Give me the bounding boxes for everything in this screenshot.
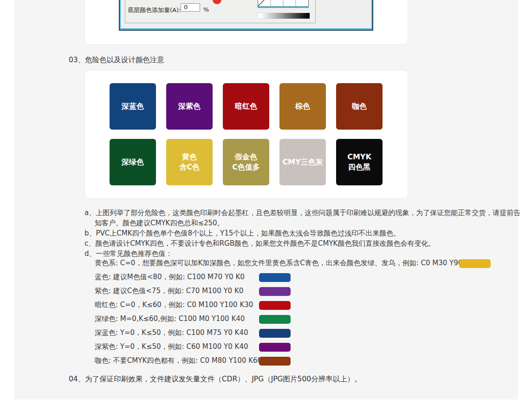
- dark-red-sample-swatch: [259, 301, 291, 310]
- tile-label: 深蓝色: [122, 101, 144, 111]
- tile-label: 咖色: [352, 101, 367, 111]
- tile-label: 深紫色: [178, 101, 201, 111]
- recommendation-text: 咖色: 不要CMYK四色都有，例如: C0 M80 Y100 K60: [95, 356, 262, 365]
- underlying-color-amount-label: 底层颜色添加量(A):: [128, 6, 181, 14]
- recommendation-text: 深绿色: M=0,K≤60,例如: C100 M0 Y100 K40: [95, 314, 245, 323]
- tile-label: CMY三色灰: [282, 157, 323, 167]
- tile-label: 暗红色: [235, 101, 257, 111]
- grayscale-gradient-icon: [258, 13, 310, 19]
- amount-input[interactable]: 0: [181, 3, 200, 12]
- color-swatch-tile-fake-gold: 假金色 C色值多: [223, 139, 269, 185]
- color-swatch-tile-brown: 棕色: [279, 83, 326, 130]
- tile-label: 四色黑: [348, 162, 370, 172]
- notes-block: a、上图列举了部分危险色，这类颜色印刷时会起墨杠，且色差较明显，这些问题属于印刷…: [84, 208, 496, 259]
- note-c: c、颜色请设计CMYK四色，不要设计专色和RGB颜色，如果您文件颜色不是CMYK…: [84, 238, 496, 249]
- dialog-body: 底层颜色添加量(A): 0 %: [121, 0, 371, 28]
- recommendation-row-yellow: 黄色系: C=0，想要颜色深可以加K加深颜色，如您文件里黄色系含C青色，出来会颜…: [95, 257, 513, 271]
- recommendation-text: 黄色系: C=0，想要颜色深可以加K加深颜色，如您文件里黄色系含C青色，出来会颜…: [95, 259, 478, 268]
- dark-purple-sample-swatch: [259, 343, 291, 352]
- percent-label: %: [203, 6, 209, 13]
- yellow-sample-swatch: [459, 259, 491, 268]
- tile-label: 棕色: [295, 101, 310, 111]
- color-swatch-tile-dark-purple: 深紫色: [166, 83, 213, 130]
- content-strip: 底层颜色添加量(A): 0 % 0: [14, 0, 518, 399]
- dark-blue-sample-swatch: [259, 329, 291, 338]
- color-swatch-tile-dark-green: 深绿色: [110, 139, 156, 185]
- color-swatch-tile-cmyk-black: CMYK 四色黑: [336, 139, 383, 185]
- tone-curve-icon: [258, 0, 309, 8]
- red-marker-icon: [213, 0, 221, 4]
- note-a-line1: a、上图列举了部分危险色，这类颜色印刷时会起墨杠，且色差较明显，这些问题属于印刷…: [84, 208, 496, 218]
- recommended-values-list: 黄色系: C=0，想要颜色深可以加K加深颜色，如您文件里黄色系含C青色，出来会颜…: [95, 257, 513, 368]
- section-04-heading: 04、为了保证印刷效果，文件建议发矢量文件（CDR）、JPG（JPG图片500分…: [69, 374, 362, 384]
- color-swatch-tile-cmy-gray: CMY三色灰: [279, 139, 326, 185]
- swatch-row-2: 深绿色 黄色 含C色 假金色 C色值多 CMY三色灰 CMYK 四色黑: [110, 139, 383, 185]
- recommendation-text: 蓝色: 建议M色值<80，例如: C100 M70 Y0 K0: [95, 273, 245, 282]
- color-swatch-tile-dark-red: 暗红色: [223, 83, 269, 130]
- swatch-row-1: 深蓝色 深紫色 暗红色 棕色 咖色: [110, 83, 383, 130]
- recommendation-row-coffee: 咖色: 不要CMYK四色都有，例如: C0 M80 Y100 K60: [95, 354, 513, 368]
- color-swatch-tile-yellow: 黄色 含C色: [166, 139, 213, 185]
- recommendation-text: 紫色: 建议C色值<75，例如: C70 M100 Y0 K0: [95, 287, 243, 295]
- color-swatch-tile-coffee: 咖色: [336, 83, 383, 130]
- recommendation-row-blue: 蓝色: 建议M色值<80，例如: C100 M70 Y0 K0: [95, 271, 513, 285]
- blue-sample-swatch: [259, 273, 291, 282]
- overprint-dialog: 底层颜色添加量(A): 0 %: [119, 0, 373, 31]
- color-swatch-tile-dark-blue: 深蓝色: [110, 83, 156, 130]
- coffee-sample-swatch: [259, 357, 291, 366]
- danger-colors-card: 深蓝色 深紫色 暗红色 棕色 咖色 深绿色 黄色 含C色: [84, 70, 408, 199]
- dialog-screenshot-card: 底层颜色添加量(A): 0 %: [84, 0, 408, 45]
- recommendation-row-dark-purple: 深紫色: Y=0，K≤50，例如: C60 M100 Y0 K40: [95, 340, 513, 354]
- section-03-heading: 03、危险色以及设计颜色注意: [69, 55, 164, 65]
- dark-green-sample-swatch: [259, 315, 291, 324]
- purple-sample-swatch: [259, 287, 291, 296]
- note-b: b、PVC上CMK四个颜色单个色值8个以上，Y15个以上，如果颜色太浅会导致颜色…: [84, 228, 496, 238]
- tile-label: 含C色: [179, 162, 200, 172]
- recommendation-text: 暗红色: C=0，K≤60，例如: C0 M100 Y100 K30: [95, 301, 253, 309]
- recommendation-text: 深蓝色: Y=0，K≤50，例如: C100 M75 Y0 K40: [95, 328, 248, 337]
- tile-label: 深绿色: [122, 157, 144, 167]
- tile-label: C色值多: [232, 162, 260, 172]
- note-a-line2: 知客户。颜色建议CMYK四色总和≤250。: [84, 218, 496, 228]
- tile-label: CMYK: [347, 152, 371, 162]
- recommendation-row-dark-blue: 深蓝色: Y=0，K≤50，例如: C100 M75 Y0 K40: [95, 327, 513, 340]
- recommendation-row-purple: 紫色: 建议C色值<75，例如: C70 M100 Y0 K0: [95, 285, 513, 299]
- tile-label: 黄色: [182, 152, 197, 162]
- dialog-panel: 底层颜色添加量(A): 0 %: [125, 0, 316, 23]
- tile-label: 假金色: [235, 152, 257, 162]
- recommendation-text: 深紫色: Y=0，K≤50，例如: C60 M100 Y0 K40: [95, 342, 248, 351]
- recommendation-row-dark-red: 暗红色: C=0，K≤60，例如: C0 M100 Y100 K30: [95, 299, 513, 313]
- recommendation-row-dark-green: 深绿色: M=0,K≤60,例如: C100 M0 Y100 K40: [95, 313, 513, 327]
